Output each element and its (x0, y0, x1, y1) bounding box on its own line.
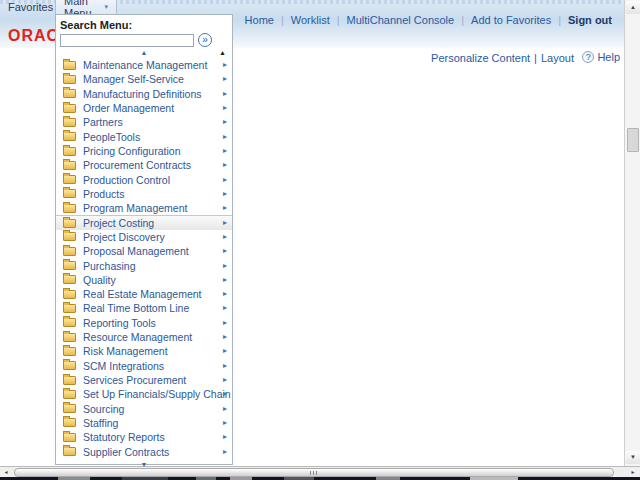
scrollbar-down-icon[interactable]: ▼ (626, 451, 640, 464)
nav-separator: | (281, 14, 284, 26)
submenu-arrow-icon: ▸ (223, 118, 227, 126)
folder-icon (63, 232, 76, 241)
submenu-arrow-icon: ▸ (223, 433, 227, 441)
menu-item[interactable]: Purchasing ▸ (56, 258, 232, 272)
submenu-arrow-icon: ▸ (223, 247, 227, 255)
submenu-arrow-icon: ▸ (223, 290, 227, 298)
menu-item-label: Sourcing (83, 403, 124, 415)
page-controls-separator: | (534, 52, 537, 64)
folder-icon (63, 161, 76, 170)
scrollbar-up-icon[interactable]: ▲ (626, 1, 640, 14)
menu-item[interactable]: Supplier Contracts ▸ (56, 444, 232, 458)
menu-item[interactable]: Products ▸ (56, 187, 232, 201)
nav-separator: | (558, 14, 561, 26)
menu-item[interactable]: Order Management ▸ (56, 101, 232, 115)
menu-item[interactable]: Manager Self-Service ▸ (56, 72, 232, 86)
menu-item[interactable]: Production Control ▸ (56, 173, 232, 187)
folder-icon (63, 189, 76, 198)
nav-link-multichannel-console[interactable]: MultiChannel Console (347, 14, 455, 26)
search-go-icon[interactable]: » (198, 33, 212, 47)
submenu-arrow-icon: ▸ (223, 390, 227, 398)
menu-item-label: Procurement Contracts (83, 159, 191, 171)
menu-item-label: Quality (83, 274, 116, 286)
menu-scroll-top-icon[interactable]: ▲ (219, 47, 226, 58)
menu-search-input[interactable] (60, 34, 194, 47)
scroll-down-icon: ▼ (141, 461, 148, 468)
menu-item-label: Program Management (83, 202, 187, 214)
menu-item-label: Reporting Tools (83, 317, 156, 329)
menu-item-label: Partners (83, 116, 123, 128)
menu-item-label: PeopleTools (83, 131, 140, 143)
search-menu-label: Search Menu: (56, 15, 232, 33)
submenu-arrow-icon: ▸ (223, 104, 227, 112)
submenu-arrow-icon: ▸ (223, 405, 227, 413)
scrollbar-right-icon[interactable]: ▸ (627, 467, 639, 477)
folder-icon (63, 132, 76, 141)
menu-item[interactable]: Pricing Configuration ▸ (56, 144, 232, 158)
menu-item-label: Pricing Configuration (83, 145, 180, 157)
menu-item-label: Products (83, 188, 124, 200)
submenu-arrow-icon: ▸ (223, 176, 227, 184)
chevron-down-icon: ▾ (104, 3, 108, 11)
menu-item[interactable]: SCM Integrations ▸ (56, 359, 232, 373)
menu-item[interactable]: Resource Management ▸ (56, 330, 232, 344)
nav-link-worklist[interactable]: Worklist (291, 14, 330, 26)
menu-item[interactable]: Proposal Management ▸ (56, 244, 232, 258)
menu-item[interactable]: Project Discovery ▸ (56, 230, 232, 244)
folder-icon (63, 318, 76, 327)
vertical-scrollbar[interactable]: ▲ ▼ (624, 0, 640, 466)
menu-item[interactable]: Services Procurement ▸ (56, 373, 232, 387)
menu-item-label: Real Estate Management (83, 288, 201, 300)
scrollbar-left-icon[interactable]: ◂ (0, 467, 12, 477)
menu-item[interactable]: PeopleTools ▸ (56, 130, 232, 144)
menu-item[interactable]: Set Up Financials/Supply Chain ▸ (56, 387, 232, 401)
menu-item[interactable]: Program Management ▸ (56, 201, 232, 215)
submenu-arrow-icon: ▸ (223, 262, 227, 270)
menu-item[interactable]: Partners ▸ (56, 115, 232, 129)
folder-icon (63, 247, 76, 256)
help-link[interactable]: ? Help (582, 51, 620, 63)
submenu-arrow-icon: ▸ (223, 161, 227, 169)
menu-item[interactable]: Maintenance Management ▸ (56, 58, 232, 72)
folder-icon (63, 204, 76, 213)
nav-link-home[interactable]: Home (245, 14, 274, 26)
tab-favorites-label: Favorites (8, 1, 53, 13)
menu-item-label: Services Procurement (83, 374, 186, 386)
submenu-arrow-icon: ▸ (223, 319, 227, 327)
menu-item-label: Purchasing (83, 260, 136, 272)
menu-list: Maintenance Management ▸ Manager Self-Se… (56, 58, 232, 459)
personalize-content-link[interactable]: Personalize Content (431, 52, 530, 64)
menu-item[interactable]: Manufacturing Definitions ▸ (56, 87, 232, 101)
tab-main-menu[interactable]: Main Menu ▾ (55, 0, 117, 14)
folder-icon (63, 447, 76, 456)
menu-item[interactable]: Procurement Contracts ▸ (56, 158, 232, 172)
menu-item[interactable]: Real Time Bottom Line ▸ (56, 301, 232, 315)
submenu-arrow-icon: ▸ (223, 276, 227, 284)
menu-scroll-down[interactable]: ▼ (56, 459, 232, 470)
menu-item-label: Production Control (83, 174, 170, 186)
menu-item[interactable]: Real Estate Management ▸ (56, 287, 232, 301)
menu-item[interactable]: Sourcing ▸ (56, 402, 232, 416)
menu-item[interactable]: Quality ▸ (56, 273, 232, 287)
nav-link-add-to-favorites[interactable]: Add to Favorites (471, 14, 551, 26)
menu-item[interactable]: Staffing ▸ (56, 416, 232, 430)
main-menu-dropdown: Search Menu: » ▲ ▲ Maintenance Managemen… (55, 14, 233, 465)
menu-item[interactable]: Reporting Tools ▸ (56, 316, 232, 330)
folder-icon (63, 376, 76, 385)
menu-item-label: Risk Management (83, 345, 168, 357)
layout-link[interactable]: Layout (541, 52, 574, 64)
page-controls: Personalize Content | Layout (431, 52, 574, 64)
sign-out-link[interactable]: Sign out (568, 14, 612, 26)
menu-item-label: Manufacturing Definitions (83, 88, 201, 100)
vertical-scrollbar-thumb[interactable] (627, 128, 639, 152)
menu-item-label: Statutory Reports (83, 431, 165, 443)
submenu-arrow-icon: ▸ (223, 90, 227, 98)
app-window: Favorites ▾ Main Menu ▾ Home | Worklist … (0, 0, 640, 480)
folder-icon (63, 104, 76, 113)
menu-scroll-up[interactable]: ▲ ▲ (56, 47, 232, 58)
menu-item[interactable]: Risk Management ▸ (56, 344, 232, 358)
menu-item[interactable]: Statutory Reports ▸ (56, 430, 232, 444)
menu-item[interactable]: Project Costing ▸ (56, 215, 232, 229)
folder-icon (63, 118, 76, 127)
menu-item-label: Project Discovery (83, 231, 165, 243)
